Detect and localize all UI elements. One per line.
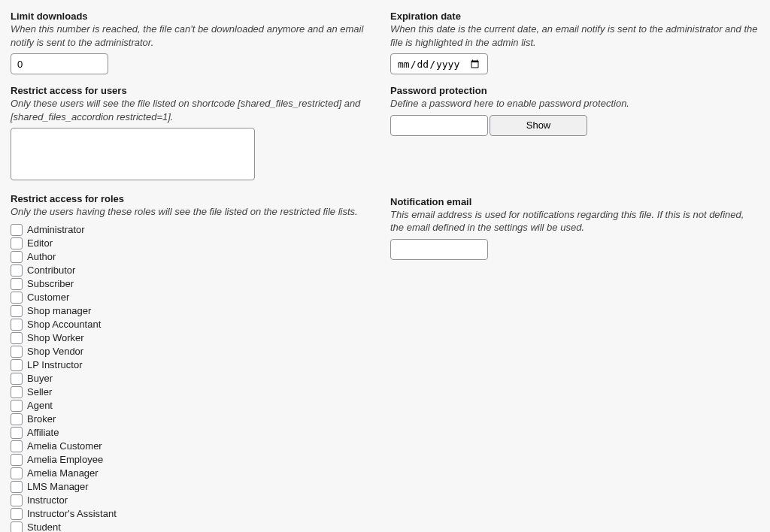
role-row: Affiliate	[11, 426, 380, 440]
role-checkbox[interactable]	[11, 224, 23, 236]
role-label: Buyer	[27, 373, 53, 384]
role-checkbox[interactable]	[11, 494, 23, 506]
role-row: Subscriber	[11, 277, 380, 291]
role-checkbox[interactable]	[11, 305, 23, 317]
role-row: Customer	[11, 291, 380, 304]
role-checkbox[interactable]	[11, 508, 23, 520]
restrict-roles-desc: Only the users having these roles will s…	[11, 205, 380, 219]
restrict-roles-block: Restrict access for roles Only the users…	[11, 193, 380, 532]
role-row: Shop Vendor	[11, 345, 380, 358]
role-label: Subscriber	[27, 278, 74, 289]
left-column: Limit downloads When this number is reac…	[11, 11, 380, 532]
password-input[interactable]	[390, 115, 488, 136]
restrict-users-input[interactable]	[11, 128, 255, 180]
role-label: Shop manager	[27, 305, 91, 316]
role-row: Contributor	[11, 264, 380, 277]
role-row: Amelia Manager	[11, 467, 380, 480]
role-checkbox[interactable]	[11, 251, 23, 263]
role-row: Shop Accountant	[11, 318, 380, 331]
limit-downloads-label: Limit downloads	[11, 11, 380, 22]
notification-block: Notification email This email address is…	[390, 196, 759, 260]
role-label: Seller	[27, 386, 52, 397]
role-label: LMS Manager	[27, 481, 89, 492]
role-label: Instructor's Assistant	[27, 508, 117, 519]
password-desc: Define a password here to enable passwor…	[390, 97, 759, 110]
role-row: Amelia Employee	[11, 453, 380, 467]
password-show-button[interactable]: Show	[490, 115, 587, 136]
role-label: Affiliate	[27, 427, 59, 438]
notification-desc: This email address is used for notificat…	[390, 208, 759, 234]
role-checkbox[interactable]	[11, 467, 23, 479]
role-label: Administrator	[27, 224, 85, 235]
role-checkbox[interactable]	[11, 332, 23, 344]
role-checkbox[interactable]	[11, 440, 23, 452]
role-row: Student	[11, 521, 380, 532]
role-label: Student	[27, 521, 61, 532]
role-checkbox[interactable]	[11, 373, 23, 385]
role-row: Editor	[11, 237, 380, 250]
role-row: Agent	[11, 399, 380, 413]
role-checkbox[interactable]	[11, 454, 23, 466]
role-row: Shop Worker	[11, 331, 380, 345]
role-label: Shop Worker	[27, 332, 84, 343]
role-checkbox[interactable]	[11, 264, 23, 277]
restrict-users-desc: Only these users will see the file liste…	[11, 97, 380, 123]
restrict-users-label: Restrict access for users	[11, 85, 380, 96]
role-label: Amelia Manager	[27, 467, 99, 479]
role-checkbox[interactable]	[11, 237, 23, 249]
role-row: Instructor's Assistant	[11, 507, 380, 521]
roles-list: AdministratorEditorAuthorContributorSubs…	[11, 223, 380, 532]
role-row: Amelia Customer	[11, 440, 380, 453]
expiration-block: Expiration date When this date is the cu…	[390, 11, 759, 74]
role-label: Shop Vendor	[27, 346, 83, 357]
role-label: Editor	[27, 237, 53, 249]
role-label: Customer	[27, 292, 69, 303]
role-row: Author	[11, 250, 380, 264]
restrict-roles-label: Restrict access for roles	[11, 193, 380, 204]
role-checkbox[interactable]	[11, 481, 23, 493]
limit-downloads-input[interactable]	[11, 53, 108, 74]
role-checkbox[interactable]	[11, 346, 23, 358]
notification-label: Notification email	[390, 196, 759, 207]
role-label: Amelia Customer	[27, 440, 102, 452]
limit-downloads-block: Limit downloads When this number is reac…	[11, 11, 380, 74]
role-label: Agent	[27, 400, 53, 411]
role-row: Seller	[11, 385, 380, 399]
role-checkbox[interactable]	[11, 386, 23, 398]
role-row: Administrator	[11, 223, 380, 237]
role-checkbox[interactable]	[11, 278, 23, 290]
role-label: Broker	[27, 413, 56, 425]
expiration-desc: When this date is the current date, an e…	[390, 23, 759, 49]
role-checkbox[interactable]	[11, 400, 23, 412]
role-label: Instructor	[27, 494, 68, 506]
role-label: Author	[27, 251, 56, 262]
role-row: LMS Manager	[11, 480, 380, 494]
password-block: Password protection Define a password he…	[390, 85, 759, 136]
role-row: LP Instructor	[11, 358, 380, 372]
expiration-input[interactable]	[390, 53, 488, 74]
role-label: LP Instructor	[27, 359, 82, 370]
role-checkbox[interactable]	[11, 359, 23, 371]
role-row: Shop manager	[11, 304, 380, 318]
restrict-users-block: Restrict access for users Only these use…	[11, 85, 380, 183]
role-checkbox[interactable]	[11, 427, 23, 439]
limit-downloads-desc: When this number is reached, the file ca…	[11, 23, 380, 49]
role-checkbox[interactable]	[11, 521, 23, 532]
password-label: Password protection	[390, 85, 759, 96]
role-row: Broker	[11, 413, 380, 426]
notification-input[interactable]	[390, 239, 488, 260]
role-row: Instructor	[11, 494, 380, 507]
expiration-label: Expiration date	[390, 11, 759, 22]
role-label: Contributor	[27, 264, 75, 276]
right-column: Expiration date When this date is the cu…	[390, 11, 759, 532]
role-checkbox[interactable]	[11, 413, 23, 425]
role-label: Amelia Employee	[27, 454, 103, 465]
role-label: Shop Accountant	[27, 319, 101, 330]
role-checkbox[interactable]	[11, 292, 23, 304]
role-checkbox[interactable]	[11, 319, 23, 331]
role-row: Buyer	[11, 372, 380, 385]
